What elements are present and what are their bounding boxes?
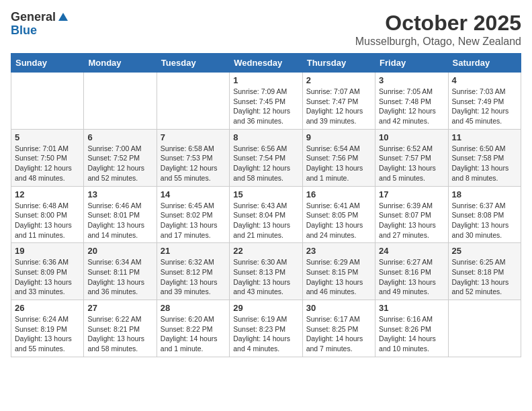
calendar-cell: 10Sunrise: 6:52 AM Sunset: 7:57 PM Dayli… (375, 129, 448, 186)
day-info: Sunrise: 6:19 AM Sunset: 8:23 PM Dayligh… (233, 314, 298, 354)
day-info: Sunrise: 6:34 AM Sunset: 8:11 PM Dayligh… (87, 257, 152, 297)
day-number: 11 (452, 132, 517, 142)
calendar-cell: 31Sunrise: 6:16 AM Sunset: 8:26 PM Dayli… (375, 300, 448, 357)
day-number: 2 (306, 75, 371, 85)
calendar-cell: 6Sunrise: 7:00 AM Sunset: 7:52 PM Daylig… (84, 129, 157, 186)
day-info: Sunrise: 6:27 AM Sunset: 8:16 PM Dayligh… (379, 257, 444, 297)
day-number: 3 (379, 75, 444, 85)
calendar: SundayMondayTuesdayWednesdayThursdayFrid… (11, 53, 521, 357)
day-number: 9 (306, 132, 371, 142)
calendar-cell: 15Sunrise: 6:43 AM Sunset: 8:04 PM Dayli… (230, 186, 302, 243)
day-info: Sunrise: 6:16 AM Sunset: 8:26 PM Dayligh… (379, 314, 444, 354)
day-info: Sunrise: 6:46 AM Sunset: 8:01 PM Dayligh… (87, 201, 152, 240)
day-info: Sunrise: 6:17 AM Sunset: 8:25 PM Dayligh… (306, 314, 371, 354)
day-number: 25 (452, 246, 517, 256)
calendar-cell: 25Sunrise: 6:25 AM Sunset: 8:18 PM Dayli… (448, 243, 521, 300)
day-number: 26 (15, 303, 80, 313)
logo-general: General (11, 11, 56, 24)
calendar-cell: 27Sunrise: 6:22 AM Sunset: 8:21 PM Dayli… (84, 300, 157, 357)
logo: General Blue (11, 11, 69, 38)
calendar-cell: 30Sunrise: 6:17 AM Sunset: 8:25 PM Dayli… (302, 300, 375, 357)
header-thursday: Thursday (302, 54, 375, 73)
calendar-cell (157, 73, 229, 130)
calendar-cell: 23Sunrise: 6:29 AM Sunset: 8:15 PM Dayli… (302, 243, 375, 300)
logo-icon (57, 11, 69, 24)
calendar-cell (448, 300, 521, 357)
calendar-week-row: 26Sunrise: 6:24 AM Sunset: 8:19 PM Dayli… (11, 300, 521, 357)
day-info: Sunrise: 6:50 AM Sunset: 7:58 PM Dayligh… (452, 144, 517, 183)
calendar-cell: 16Sunrise: 6:41 AM Sunset: 8:05 PM Dayli… (302, 186, 375, 243)
calendar-cell: 5Sunrise: 7:01 AM Sunset: 7:50 PM Daylig… (11, 129, 84, 186)
day-number: 16 (306, 189, 371, 199)
calendar-cell: 4Sunrise: 7:03 AM Sunset: 7:49 PM Daylig… (448, 73, 521, 130)
day-number: 27 (87, 303, 152, 313)
calendar-cell: 11Sunrise: 6:50 AM Sunset: 7:58 PM Dayli… (448, 129, 521, 186)
day-number: 19 (15, 246, 80, 256)
calendar-cell: 12Sunrise: 6:48 AM Sunset: 8:00 PM Dayli… (11, 186, 84, 243)
day-info: Sunrise: 6:30 AM Sunset: 8:13 PM Dayligh… (233, 257, 298, 297)
svg-marker-0 (58, 13, 68, 21)
calendar-cell: 19Sunrise: 6:36 AM Sunset: 8:09 PM Dayli… (11, 243, 84, 300)
day-info: Sunrise: 6:20 AM Sunset: 8:22 PM Dayligh… (161, 314, 226, 354)
header-tuesday: Tuesday (157, 54, 229, 73)
day-number: 5 (15, 132, 80, 142)
title-area: October 2025 Musselburgh, Otago, New Zea… (355, 11, 521, 48)
header-wednesday: Wednesday (230, 54, 302, 73)
calendar-cell: 3Sunrise: 7:05 AM Sunset: 7:48 PM Daylig… (375, 73, 448, 130)
day-number: 24 (379, 246, 444, 256)
header-monday: Monday (84, 54, 157, 73)
header-sunday: Sunday (11, 54, 84, 73)
calendar-week-row: 1Sunrise: 7:09 AM Sunset: 7:45 PM Daylig… (11, 73, 521, 130)
day-info: Sunrise: 6:37 AM Sunset: 8:08 PM Dayligh… (452, 201, 517, 240)
calendar-cell: 8Sunrise: 6:56 AM Sunset: 7:54 PM Daylig… (230, 129, 302, 186)
day-number: 18 (452, 189, 517, 199)
day-info: Sunrise: 6:39 AM Sunset: 8:07 PM Dayligh… (379, 201, 444, 240)
day-info: Sunrise: 6:22 AM Sunset: 8:21 PM Dayligh… (87, 314, 152, 354)
day-number: 12 (15, 189, 80, 199)
day-info: Sunrise: 6:45 AM Sunset: 8:02 PM Dayligh… (161, 201, 226, 240)
day-number: 17 (379, 189, 444, 199)
day-info: Sunrise: 6:58 AM Sunset: 7:53 PM Dayligh… (161, 144, 226, 183)
day-number: 6 (87, 132, 152, 142)
day-number: 14 (161, 189, 226, 199)
header-saturday: Saturday (448, 54, 521, 73)
day-number: 21 (161, 246, 226, 256)
day-info: Sunrise: 7:00 AM Sunset: 7:52 PM Dayligh… (87, 144, 152, 183)
day-number: 10 (379, 132, 444, 142)
calendar-cell: 18Sunrise: 6:37 AM Sunset: 8:08 PM Dayli… (448, 186, 521, 243)
location-title: Musselburgh, Otago, New Zealand (355, 36, 521, 48)
day-number: 20 (87, 246, 152, 256)
calendar-cell: 20Sunrise: 6:34 AM Sunset: 8:11 PM Dayli… (84, 243, 157, 300)
day-number: 30 (306, 303, 371, 313)
calendar-cell: 1Sunrise: 7:09 AM Sunset: 7:45 PM Daylig… (230, 73, 302, 130)
calendar-cell: 22Sunrise: 6:30 AM Sunset: 8:13 PM Dayli… (230, 243, 302, 300)
day-info: Sunrise: 7:09 AM Sunset: 7:45 PM Dayligh… (233, 87, 298, 126)
calendar-cell: 28Sunrise: 6:20 AM Sunset: 8:22 PM Dayli… (157, 300, 229, 357)
day-info: Sunrise: 6:56 AM Sunset: 7:54 PM Dayligh… (233, 144, 298, 183)
day-number: 31 (379, 303, 444, 313)
calendar-cell: 14Sunrise: 6:45 AM Sunset: 8:02 PM Dayli… (157, 186, 229, 243)
day-info: Sunrise: 6:36 AM Sunset: 8:09 PM Dayligh… (15, 257, 80, 297)
day-info: Sunrise: 6:32 AM Sunset: 8:12 PM Dayligh… (161, 257, 226, 297)
calendar-cell: 2Sunrise: 7:07 AM Sunset: 7:47 PM Daylig… (302, 73, 375, 130)
day-info: Sunrise: 7:01 AM Sunset: 7:50 PM Dayligh… (15, 144, 80, 183)
calendar-week-row: 12Sunrise: 6:48 AM Sunset: 8:00 PM Dayli… (11, 186, 521, 243)
day-number: 28 (161, 303, 226, 313)
day-info: Sunrise: 6:25 AM Sunset: 8:18 PM Dayligh… (452, 257, 517, 297)
day-info: Sunrise: 6:48 AM Sunset: 8:00 PM Dayligh… (15, 201, 80, 240)
day-info: Sunrise: 6:43 AM Sunset: 8:04 PM Dayligh… (233, 201, 298, 240)
calendar-cell: 13Sunrise: 6:46 AM Sunset: 8:01 PM Dayli… (84, 186, 157, 243)
month-title: October 2025 (355, 11, 521, 36)
day-number: 13 (87, 189, 152, 199)
logo-blue: Blue (11, 24, 37, 38)
calendar-cell: 17Sunrise: 6:39 AM Sunset: 8:07 PM Dayli… (375, 186, 448, 243)
header-friday: Friday (375, 54, 448, 73)
day-number: 1 (233, 75, 298, 85)
day-info: Sunrise: 7:07 AM Sunset: 7:47 PM Dayligh… (306, 87, 371, 126)
calendar-week-row: 19Sunrise: 6:36 AM Sunset: 8:09 PM Dayli… (11, 243, 521, 300)
day-number: 8 (233, 132, 298, 142)
day-info: Sunrise: 6:24 AM Sunset: 8:19 PM Dayligh… (15, 314, 80, 354)
day-number: 7 (161, 132, 226, 142)
day-number: 15 (233, 189, 298, 199)
calendar-header-row: SundayMondayTuesdayWednesdayThursdayFrid… (11, 54, 521, 73)
